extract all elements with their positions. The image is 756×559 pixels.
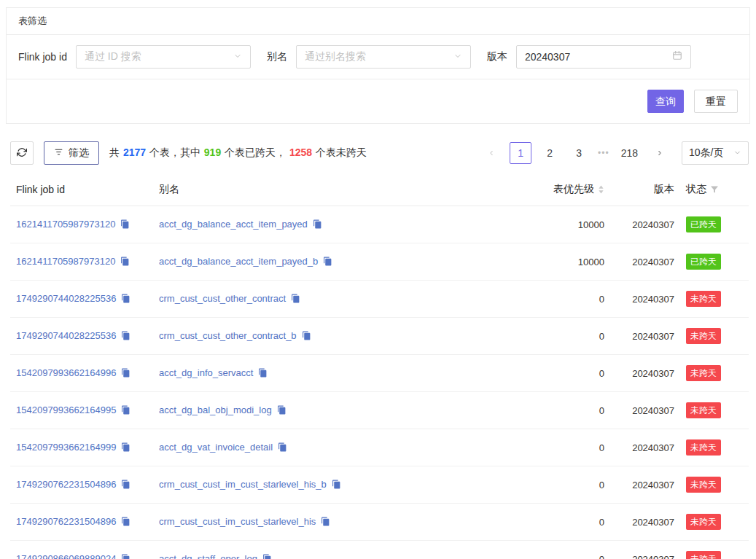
filter-toggle-button[interactable]: 筛选 xyxy=(44,141,99,165)
chevron-left-icon xyxy=(488,147,495,159)
flink-job-id-link[interactable]: 1749290744028225536 xyxy=(16,330,116,341)
calendar-icon xyxy=(672,50,682,63)
flink-job-id-link[interactable]: 1749290866069889024 xyxy=(16,553,116,559)
table-row: 1749290866069889024 acct_dg_staff_oper_l… xyxy=(10,541,749,559)
copy-icon[interactable] xyxy=(121,331,130,343)
flink-job-id-link[interactable]: 1542097993662164999 xyxy=(16,442,116,453)
copy-icon[interactable] xyxy=(121,442,130,454)
status-badge: 未跨天 xyxy=(686,291,721,307)
status-badge: 未跨天 xyxy=(686,477,721,493)
chevron-down-icon xyxy=(733,147,741,159)
page-button-last[interactable]: 218 xyxy=(617,142,642,164)
search-button[interactable]: 查询 xyxy=(647,90,684,113)
table-row: 1621411705987973120 acct_dg_balance_acct… xyxy=(10,243,749,281)
chevron-down-icon xyxy=(233,50,242,63)
page-button-1[interactable]: 1 xyxy=(510,142,531,164)
copy-icon[interactable] xyxy=(278,442,287,454)
table-row: 1749290744028225536 crm_cust_cust_other_… xyxy=(10,318,749,355)
page-button-2[interactable]: 2 xyxy=(539,142,561,164)
flink-job-id-placeholder: 通过 ID 搜索 xyxy=(85,50,141,63)
alias-link[interactable]: crm_cust_cust_im_cust_starlevel_his_b xyxy=(159,479,327,490)
copy-icon[interactable] xyxy=(323,257,332,268)
copy-icon[interactable] xyxy=(262,554,272,559)
refresh-icon xyxy=(17,147,27,160)
priority-cell: 0 xyxy=(517,355,610,392)
alias-link[interactable]: acct_dg_balance_acct_item_payed_b xyxy=(159,256,318,267)
crossed-count: 919 xyxy=(204,146,221,158)
flink-job-id-link[interactable]: 1749290762231504896 xyxy=(16,516,116,527)
alias-link[interactable]: crm_cust_cust_other_contract xyxy=(159,293,286,304)
priority-cell: 0 xyxy=(517,541,610,559)
flink-job-id-link[interactable]: 1542097993662164995 xyxy=(16,404,116,415)
alias-link[interactable]: crm_cust_cust_other_contract_b xyxy=(159,330,297,341)
copy-icon[interactable] xyxy=(121,554,130,559)
priority-cell: 10000 xyxy=(517,243,610,281)
copy-icon[interactable] xyxy=(121,517,130,528)
version-cell: 20240307 xyxy=(610,355,680,392)
flink-job-id-link[interactable]: 1542097993662164996 xyxy=(16,367,116,378)
flink-job-id-link[interactable]: 1749290744028225536 xyxy=(16,293,116,304)
page-ellipsis[interactable]: ••• xyxy=(598,148,609,158)
toolbar-pagination: 1 2 3 ••• 218 10条/页 xyxy=(477,141,749,165)
alias-link[interactable]: acct_dg_balance_acct_item_payed xyxy=(159,219,308,230)
reset-button[interactable]: 重置 xyxy=(694,90,738,113)
alias-field: 别名 通过别名搜索 xyxy=(267,45,471,69)
refresh-button[interactable] xyxy=(10,141,34,165)
copy-icon[interactable] xyxy=(321,517,330,528)
results-table: Flink job id 别名 表优先级 版本 状态 xyxy=(10,173,749,559)
copy-icon[interactable] xyxy=(121,368,130,380)
copy-icon[interactable] xyxy=(332,480,341,491)
copy-icon[interactable] xyxy=(121,480,130,491)
filter-lines-icon xyxy=(54,147,63,159)
copy-icon[interactable] xyxy=(258,368,268,380)
alias-link[interactable]: acct_dg_info_servacct xyxy=(159,367,253,378)
table-summary: 共 2177 个表，其中 919 个表已跨天， 1258 个表未跨天 xyxy=(109,146,367,160)
flink-job-id-link[interactable]: 1749290762231504896 xyxy=(16,479,116,490)
next-page-button[interactable] xyxy=(649,142,671,164)
version-field: 版本 xyxy=(487,45,691,69)
column-header-priority[interactable]: 表优先级 xyxy=(517,173,610,206)
version-cell: 20240307 xyxy=(610,281,680,318)
version-date-picker[interactable] xyxy=(516,45,691,69)
alias-link[interactable]: crm_cust_cust_im_cust_starlevel_his xyxy=(159,516,316,527)
alias-link[interactable]: acct_dg_staff_oper_log xyxy=(159,553,257,559)
status-badge: 未跨天 xyxy=(686,402,721,418)
version-cell: 20240307 xyxy=(610,243,680,281)
alias-placeholder: 通过别名搜索 xyxy=(305,50,366,63)
alias-label: 别名 xyxy=(267,50,287,63)
uncrossed-count: 1258 xyxy=(289,146,312,158)
column-header-version: 版本 xyxy=(610,173,680,206)
copy-icon[interactable] xyxy=(121,294,130,305)
alias-link[interactable]: acct_dg_bal_obj_modi_log xyxy=(159,404,272,415)
version-cell: 20240307 xyxy=(610,541,680,559)
version-input[interactable] xyxy=(525,51,672,63)
alias-select[interactable]: 通过别名搜索 xyxy=(296,45,471,69)
page-size-select[interactable]: 10条/页 xyxy=(682,141,749,165)
flink-job-id-link[interactable]: 1621411705987973120 xyxy=(16,219,115,230)
page-button-3[interactable]: 3 xyxy=(568,142,590,164)
copy-icon[interactable] xyxy=(121,405,130,417)
copy-icon[interactable] xyxy=(302,331,311,343)
prev-page-button[interactable] xyxy=(480,142,502,164)
filter-card-title: 表筛选 xyxy=(18,15,47,26)
copy-icon[interactable] xyxy=(277,405,287,417)
copy-icon[interactable] xyxy=(120,219,130,231)
copy-icon[interactable] xyxy=(120,257,130,268)
pagination: 1 2 3 ••• 218 10条/页 xyxy=(477,141,749,165)
priority-cell: 0 xyxy=(517,504,610,541)
status-badge: 已跨天 xyxy=(686,254,721,270)
alias-link[interactable]: acct_dg_vat_invoice_detail xyxy=(159,442,273,453)
column-header-flink-job-id: Flink job id xyxy=(10,173,153,206)
flink-job-id-link[interactable]: 1621411705987973120 xyxy=(16,256,115,267)
table-row: 1621411705987973120 acct_dg_balance_acct… xyxy=(10,206,749,243)
status-badge: 已跨天 xyxy=(686,216,721,232)
priority-cell: 0 xyxy=(517,429,610,466)
table-body: 1621411705987973120 acct_dg_balance_acct… xyxy=(10,206,749,559)
copy-icon[interactable] xyxy=(291,294,300,305)
version-cell: 20240307 xyxy=(610,206,680,243)
column-filter-icon[interactable] xyxy=(710,185,719,194)
flink-job-id-select[interactable]: 通过 ID 搜索 xyxy=(76,45,251,69)
table-row: 1542097993662164996 acct_dg_info_servacc… xyxy=(10,355,749,392)
copy-icon[interactable] xyxy=(313,219,322,231)
sorter-icon[interactable] xyxy=(598,184,604,195)
